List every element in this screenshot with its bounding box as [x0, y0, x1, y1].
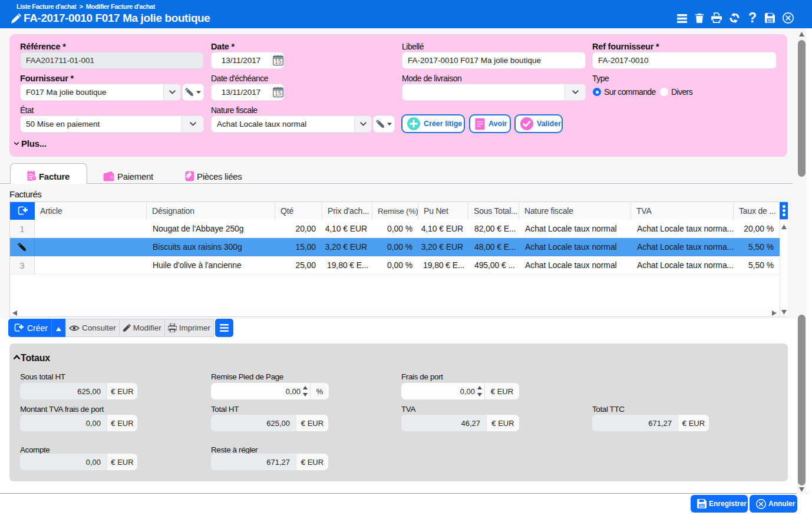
svg-text:15: 15 — [275, 90, 282, 97]
svg-text:15: 15 — [275, 58, 282, 65]
